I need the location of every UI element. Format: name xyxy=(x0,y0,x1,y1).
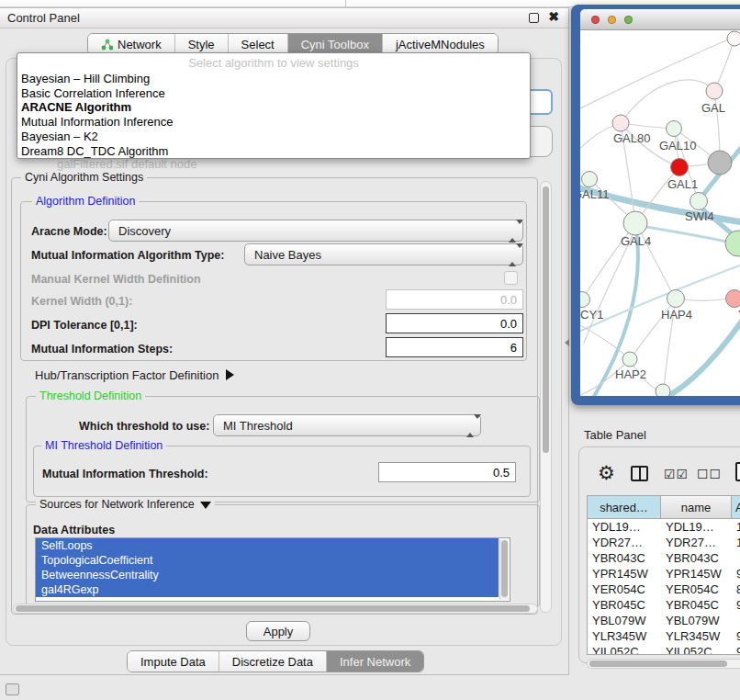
settings-hscrollbar[interactable] xyxy=(13,604,538,614)
table-row[interactable]: YPR145WYPR145W9. xyxy=(588,566,740,581)
tab-label: Infer Network xyxy=(340,655,410,669)
network-node[interactable] xyxy=(727,31,740,46)
network-node[interactable] xyxy=(622,352,637,367)
table-row[interactable]: YBR043CYBR043C xyxy=(588,550,740,566)
network-window-titlebar[interactable] xyxy=(580,9,740,30)
network-node[interactable] xyxy=(667,290,685,308)
network-node[interactable] xyxy=(582,172,598,187)
aracne-mode-select[interactable]: Discovery xyxy=(108,220,523,242)
unchecked-boxes-icon[interactable]: ☐☐ xyxy=(697,467,722,481)
network-canvas[interactable]: GALGAL80GAL10GAL1GAL11SWI4GAL4GCY1HAP4YH… xyxy=(580,30,740,396)
dpi-tolerance-label: DPI Tolerance [0,1]: xyxy=(31,319,138,332)
table-hscrollbar[interactable] xyxy=(587,659,740,669)
tab-discretize-data[interactable]: Discretize Data xyxy=(219,651,327,672)
attribute-list-item[interactable]: SelfLoops xyxy=(36,538,499,553)
sources-group-title[interactable]: Sources for Network Inference xyxy=(36,498,215,511)
table-row[interactable]: YDL19…YDL19…13 xyxy=(588,519,740,535)
table-header-row: shared…nameA xyxy=(588,496,740,519)
attributes-scrollbar[interactable] xyxy=(499,539,509,600)
mi-steps-input[interactable] xyxy=(386,337,523,357)
table-cell: 12 xyxy=(732,535,740,550)
network-node[interactable] xyxy=(725,231,740,256)
algorithm-option[interactable]: Mutual Information Inference xyxy=(21,115,173,129)
node-label: HAP2 xyxy=(615,367,646,381)
network-node[interactable] xyxy=(671,159,689,176)
tab-label: Select xyxy=(241,38,275,51)
threshold-definition-title: Threshold Definition xyxy=(36,390,145,402)
columns-icon[interactable] xyxy=(631,466,648,481)
dpi-tolerance-input[interactable] xyxy=(386,313,523,333)
hub-definition-toggle[interactable]: Hub/Transcription Factor Definition xyxy=(35,368,234,382)
table-cell: YBR043C xyxy=(588,550,661,566)
node-label: HAP4 xyxy=(661,308,692,322)
mi-threshold-input[interactable] xyxy=(378,462,516,482)
table-row[interactable]: YBL079WYBL079W xyxy=(588,613,740,628)
tab-label: jActiveMNodules xyxy=(396,38,485,51)
attribute-list-item[interactable]: BetweennessCentrality xyxy=(36,568,499,582)
data-attributes-list[interactable]: SelfLoopsTopologicalCoefficientBetweenne… xyxy=(35,537,510,602)
algorithm-dropdown-popup: Select algorithm to view settings Bayesi… xyxy=(17,52,531,159)
tab-select[interactable]: Select xyxy=(229,34,288,54)
network-node[interactable] xyxy=(706,83,723,99)
algorithm-option[interactable]: Bayesian – K2 xyxy=(21,130,98,143)
table-body: YDL19…YDL19…13YDR27…YDR27…12YBR043CYBR04… xyxy=(588,519,740,654)
spinner-arrows-icon xyxy=(509,248,516,263)
close-icon[interactable]: ✖ xyxy=(548,9,559,24)
network-icon xyxy=(101,39,113,51)
tab-style[interactable]: Style xyxy=(175,34,229,54)
network-node[interactable] xyxy=(612,115,629,131)
algorithm-option[interactable]: Bayesian – Hill Climbing xyxy=(21,72,150,85)
document-icon[interactable] xyxy=(735,462,740,481)
control-panel: Control Panel ✖ NetworkStyleSelectCyni T… xyxy=(0,7,569,675)
algorithm-option[interactable]: ARACNE Algorithm xyxy=(21,100,131,114)
kernel-width-input[interactable] xyxy=(386,289,523,310)
table-column-header[interactable]: A xyxy=(732,496,740,518)
gear-icon[interactable]: ⚙ xyxy=(598,462,615,484)
tab-infer-network[interactable]: Infer Network xyxy=(327,651,423,672)
aracne-mode-label: Aracne Mode: xyxy=(31,225,107,238)
tab-network[interactable]: Network xyxy=(88,34,175,54)
settings-group-title: Cyni Algorithm Settings xyxy=(21,171,147,184)
table-row[interactable]: YLR345WYLR345W9. xyxy=(588,628,740,644)
network-view-window[interactable]: GALGAL80GAL10GAL1GAL11SWI4GAL4GCY1HAP4YH… xyxy=(571,5,740,405)
mi-type-select[interactable]: Naive Bayes xyxy=(244,243,523,265)
network-node[interactable] xyxy=(690,193,708,210)
table-cell: 9. xyxy=(732,644,740,654)
table-row[interactable]: YDR27…YDR27…12 xyxy=(588,535,740,550)
checked-boxes-icon[interactable]: ☑☑ xyxy=(664,467,689,481)
algorithm-option[interactable]: Dream8 DC_TDC Algorithm xyxy=(21,144,168,158)
table-row[interactable]: YER054CYER054C8. xyxy=(588,581,740,597)
table-row[interactable]: YBR045CYBR045C9. xyxy=(588,597,740,613)
network-node[interactable] xyxy=(667,121,682,137)
float-window-icon[interactable] xyxy=(529,13,539,23)
tab-jactivemnodules[interactable]: jActiveMNodules xyxy=(383,34,498,54)
table-cell: YDL19… xyxy=(661,519,732,535)
network-node[interactable] xyxy=(726,290,740,308)
window-grip-icon[interactable] xyxy=(6,683,19,695)
table-row[interactable]: YIL052CYIL052C9. xyxy=(588,644,740,654)
collapsed-arrow-icon xyxy=(226,369,234,380)
table-column-header[interactable]: name xyxy=(661,496,732,518)
which-threshold-select[interactable]: MI Threshold xyxy=(213,414,481,436)
kernel-width-label: Kernel Width (0,1): xyxy=(31,295,132,308)
tab-cyni-toolbox[interactable]: Cyni Toolbox xyxy=(288,34,383,54)
table-column-header[interactable]: shared… xyxy=(588,496,661,518)
network-node[interactable] xyxy=(708,151,732,175)
attribute-list-item[interactable]: TopologicalCoefficient xyxy=(36,553,499,568)
network-node[interactable] xyxy=(656,384,670,396)
network-node[interactable] xyxy=(580,292,590,308)
close-traffic-light-icon[interactable] xyxy=(591,16,600,24)
panel-divider-arrow-icon[interactable] xyxy=(565,339,569,346)
tab-impute-data[interactable]: Impute Data xyxy=(128,651,219,672)
tab-label: Discretize Data xyxy=(232,655,313,669)
manual-kernel-checkbox[interactable] xyxy=(504,271,518,285)
attribute-list-item[interactable]: gal4RGexp xyxy=(36,582,499,597)
network-node[interactable] xyxy=(623,211,647,235)
hub-definition-label: Hub/Transcription Factor Definition xyxy=(35,368,219,382)
spinner-arrows-icon xyxy=(509,224,516,239)
settings-vscrollbar[interactable] xyxy=(540,181,552,613)
algorithm-option[interactable]: Basic Correlation Inference xyxy=(21,86,165,100)
apply-button[interactable]: Apply xyxy=(246,621,310,641)
minimize-traffic-light-icon[interactable] xyxy=(608,16,616,24)
zoom-traffic-light-icon[interactable] xyxy=(624,16,633,24)
